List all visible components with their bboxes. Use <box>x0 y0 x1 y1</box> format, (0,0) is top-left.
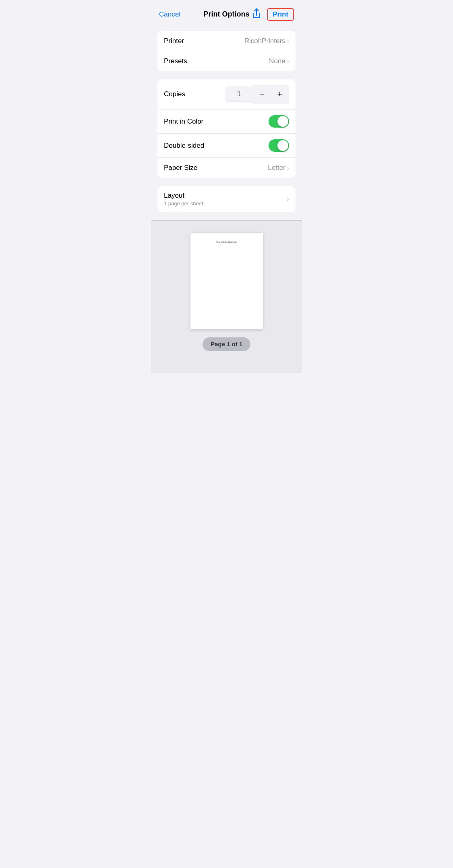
layout-chevron-icon: › <box>286 194 289 204</box>
page-document-text: Test printing document <box>216 241 236 243</box>
printer-presets-card: Printer RicohPrinters › Presets None › <box>157 31 296 71</box>
paper-size-label: Paper Size <box>164 164 197 172</box>
double-sided-row: Double-sided <box>157 134 296 158</box>
share-icon <box>252 8 261 19</box>
presets-row[interactable]: Presets None › <box>157 51 296 71</box>
double-sided-label: Double-sided <box>164 142 204 150</box>
printer-label: Printer <box>164 37 184 45</box>
printer-row[interactable]: Printer RicohPrinters › <box>157 31 296 51</box>
print-button[interactable]: Print <box>267 8 294 21</box>
presets-chevron-icon: › <box>287 58 289 65</box>
presets-value: None › <box>269 57 289 65</box>
decrease-copies-button[interactable]: − <box>253 85 271 103</box>
toggle-track <box>269 115 289 128</box>
header-actions: Print <box>250 6 294 22</box>
paper-size-value-text: Letter <box>268 164 285 172</box>
layout-row[interactable]: Layout 1 page per sheet › <box>157 186 296 212</box>
presets-value-text: None <box>269 57 285 65</box>
preview-area: Test printing document Page 1 of 1 <box>151 220 302 373</box>
copies-label: Copies <box>164 90 185 98</box>
toggle-thumb-2 <box>277 140 288 151</box>
double-sided-toggle[interactable] <box>269 139 289 152</box>
page-preview: Test printing document <box>190 233 263 329</box>
printer-value-text: RicohPrinters <box>244 37 285 45</box>
options-card: Copies 1 − + Print in Color Double-sided… <box>157 79 296 178</box>
page-indicator-text: Page 1 of 1 <box>211 341 242 347</box>
header: Cancel Print Options Print <box>151 0 302 27</box>
page-title: Print Options <box>204 10 250 19</box>
paper-size-value: Letter › <box>268 164 289 172</box>
layout-label: Layout <box>164 192 203 200</box>
paper-size-row[interactable]: Paper Size Letter › <box>157 158 296 178</box>
copies-value-display: 1 <box>225 87 253 102</box>
share-button[interactable] <box>250 6 263 22</box>
page-indicator: Page 1 of 1 <box>203 337 250 351</box>
paper-size-chevron-icon: › <box>287 164 289 172</box>
increase-copies-button[interactable]: + <box>271 85 289 103</box>
cancel-button[interactable]: Cancel <box>159 10 180 19</box>
stepper-group: − + <box>253 85 289 103</box>
toggle-thumb <box>277 116 288 127</box>
toggle-track-2 <box>269 139 289 152</box>
printer-value: RicohPrinters › <box>244 37 289 45</box>
layout-info: Layout 1 page per sheet <box>164 192 203 207</box>
presets-label: Presets <box>164 57 187 65</box>
print-in-color-label: Print in Color <box>164 118 203 126</box>
layout-card: Layout 1 page per sheet › <box>157 186 296 212</box>
print-in-color-row: Print in Color <box>157 110 296 134</box>
printer-chevron-icon: › <box>287 37 289 45</box>
layout-sublabel: 1 page per sheet <box>164 200 203 207</box>
print-in-color-toggle[interactable] <box>269 115 289 128</box>
copies-stepper: 1 − + <box>225 85 289 103</box>
copies-row: Copies 1 − + <box>157 79 296 110</box>
